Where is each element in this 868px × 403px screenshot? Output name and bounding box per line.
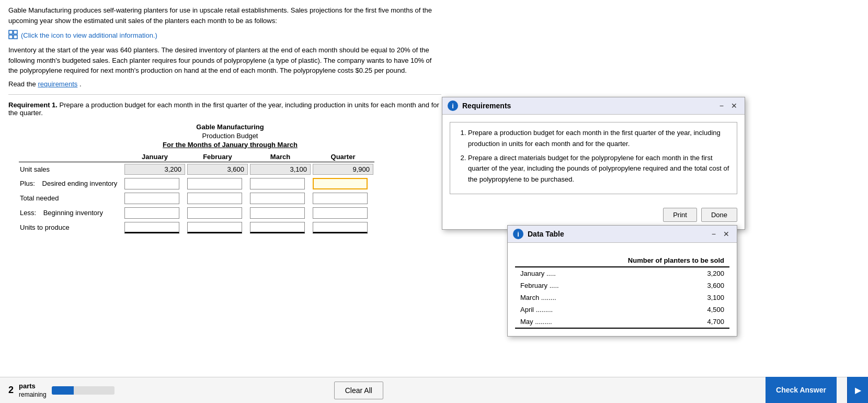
unit-sales-mar: 3,100 bbox=[249, 162, 312, 176]
total-needed-qtr-input[interactable] bbox=[313, 193, 368, 204]
icon-link-label: (Click the icon to view additional infor… bbox=[21, 31, 157, 39]
units-produce-qtr-cell[interactable] bbox=[312, 220, 374, 235]
ending-inv-qtr-input[interactable] bbox=[313, 178, 368, 189]
units-produce-feb-cell[interactable] bbox=[186, 220, 249, 235]
parts-label: parts bbox=[19, 382, 47, 390]
data-month-jan: January ..... bbox=[515, 267, 583, 279]
ending-inv-mar-cell[interactable] bbox=[249, 176, 312, 191]
data-month-mar: March ........ bbox=[515, 292, 583, 304]
table-row-units-produce: Units to produce bbox=[19, 220, 374, 235]
table-row-total-needed: Total needed bbox=[19, 191, 374, 206]
data-month-feb: February ..... bbox=[515, 279, 583, 292]
unit-sales-label: Unit sales bbox=[19, 162, 123, 176]
data-month-apr: April ......... bbox=[515, 304, 583, 316]
req-dialog-header: i Requirements − ✕ bbox=[442, 97, 745, 115]
svg-rect-3 bbox=[14, 35, 17, 39]
req-dialog-title: Requirements bbox=[462, 102, 713, 110]
data-row-feb: February ..... 3,600 bbox=[515, 279, 729, 292]
units-produce-mar-input[interactable] bbox=[250, 222, 305, 233]
beg-inv-qtr-cell[interactable] bbox=[312, 206, 374, 220]
beg-inv-feb-input[interactable] bbox=[187, 207, 242, 219]
check-answer-button[interactable]: Check Answer bbox=[766, 377, 837, 403]
unit-sales-jan: 3,200 bbox=[123, 162, 186, 176]
col-header-label bbox=[19, 152, 123, 162]
col-header-january: January bbox=[123, 152, 186, 162]
total-needed-jan-cell[interactable] bbox=[123, 191, 186, 206]
beg-inv-mar-cell[interactable] bbox=[249, 206, 312, 220]
data-row-apr: April ......... 4,500 bbox=[515, 304, 729, 316]
beg-inv-mar-input[interactable] bbox=[250, 207, 305, 219]
parts-info: 2 parts remaining bbox=[8, 382, 115, 398]
total-needed-mar-cell[interactable] bbox=[249, 191, 312, 206]
ending-inv-qtr-cell[interactable] bbox=[312, 176, 374, 191]
progress-bar bbox=[52, 386, 115, 395]
data-dialog-header: i Data Table − ✕ bbox=[508, 226, 737, 243]
svg-rect-2 bbox=[9, 35, 13, 39]
clear-all-button[interactable]: Clear All bbox=[334, 382, 383, 399]
main-content: Gable Manufacturing produces self-wateri… bbox=[0, 0, 450, 403]
data-dialog-controls: − ✕ bbox=[710, 230, 732, 238]
ending-inv-feb-input[interactable] bbox=[187, 178, 242, 189]
col-header-quarter: Quarter bbox=[312, 152, 374, 162]
ending-inv-feb-cell[interactable] bbox=[186, 176, 249, 191]
data-close-button[interactable]: ✕ bbox=[721, 230, 732, 238]
data-row-may: May ......... 4,700 bbox=[515, 316, 729, 328]
total-needed-qtr-cell[interactable] bbox=[312, 191, 374, 206]
svg-rect-0 bbox=[9, 30, 13, 34]
units-produce-jan-input[interactable] bbox=[124, 222, 179, 233]
unit-sales-qtr: 9,900 bbox=[312, 162, 374, 176]
data-col-month bbox=[515, 254, 583, 267]
budget-title: Production Budget bbox=[19, 132, 441, 140]
data-minimize-button[interactable]: − bbox=[710, 230, 718, 238]
col-header-march: March bbox=[249, 152, 312, 162]
data-table: Number of planters to be sold January ..… bbox=[515, 254, 729, 329]
data-value-apr: 4,500 bbox=[583, 304, 729, 316]
table-row-ending-inv: Plus: Desired ending inventory bbox=[19, 176, 374, 191]
data-dialog-body: Number of planters to be sold January ..… bbox=[508, 243, 737, 336]
ending-inv-mar-input[interactable] bbox=[250, 178, 305, 189]
requirements-link[interactable]: requirements bbox=[38, 80, 77, 88]
req-box: Prepare a production budget for each mon… bbox=[450, 122, 737, 194]
total-needed-mar-input[interactable] bbox=[250, 193, 305, 204]
inventory-text: Inventory at the start of the year was 6… bbox=[8, 45, 441, 76]
data-row-jan: January ..... 3,200 bbox=[515, 267, 729, 279]
grid-icon bbox=[8, 30, 18, 41]
data-value-jan: 3,200 bbox=[583, 267, 729, 279]
beg-inv-jan-input[interactable] bbox=[124, 207, 179, 219]
ending-inv-label: Plus: Desired ending inventory bbox=[19, 176, 123, 191]
req-close-button[interactable]: ✕ bbox=[729, 102, 739, 110]
units-produce-feb-input[interactable] bbox=[187, 222, 242, 233]
beg-inv-feb-cell[interactable] bbox=[186, 206, 249, 220]
ending-inv-jan-input[interactable] bbox=[124, 178, 179, 189]
icon-link-row[interactable]: (Click the icon to view additional infor… bbox=[8, 30, 441, 41]
budget-table: January February March Quarter Unit sale… bbox=[19, 152, 374, 235]
beg-inv-qtr-input[interactable] bbox=[313, 207, 368, 219]
req-print-button[interactable]: Print bbox=[663, 208, 697, 222]
check-answer-label: C bbox=[776, 386, 781, 394]
req-done-button[interactable]: Done bbox=[701, 208, 737, 222]
data-dialog-title: Data Table bbox=[528, 230, 705, 238]
remaining-label: remaining bbox=[19, 391, 47, 398]
progress-bar-fill bbox=[52, 386, 74, 395]
beg-inv-jan-cell[interactable] bbox=[123, 206, 186, 220]
units-produce-jan-cell[interactable] bbox=[123, 220, 186, 235]
next-arrow-button[interactable]: ▶ bbox=[847, 377, 868, 403]
units-produce-mar-cell[interactable] bbox=[249, 220, 312, 235]
total-needed-jan-input[interactable] bbox=[124, 193, 179, 204]
data-info-icon: i bbox=[513, 229, 523, 239]
data-month-may: May ......... bbox=[515, 316, 583, 328]
data-value-may: 4,700 bbox=[583, 316, 729, 328]
req-dialog-controls: − ✕ bbox=[717, 102, 739, 110]
read-req: Read the requirements . bbox=[8, 80, 441, 88]
req-minimize-button[interactable]: − bbox=[717, 102, 726, 110]
req-item-2: Prepare a direct materials budget for th… bbox=[468, 153, 729, 185]
ending-inv-jan-cell[interactable] bbox=[123, 176, 186, 191]
data-row-mar: March ........ 3,100 bbox=[515, 292, 729, 304]
parts-number: 2 bbox=[8, 385, 14, 396]
total-needed-feb-input[interactable] bbox=[187, 193, 242, 204]
units-produce-qtr-input[interactable] bbox=[313, 222, 368, 233]
total-needed-feb-cell[interactable] bbox=[186, 191, 249, 206]
col-header-february: February bbox=[186, 152, 249, 162]
unit-sales-feb: 3,600 bbox=[186, 162, 249, 176]
data-value-mar: 3,100 bbox=[583, 292, 729, 304]
